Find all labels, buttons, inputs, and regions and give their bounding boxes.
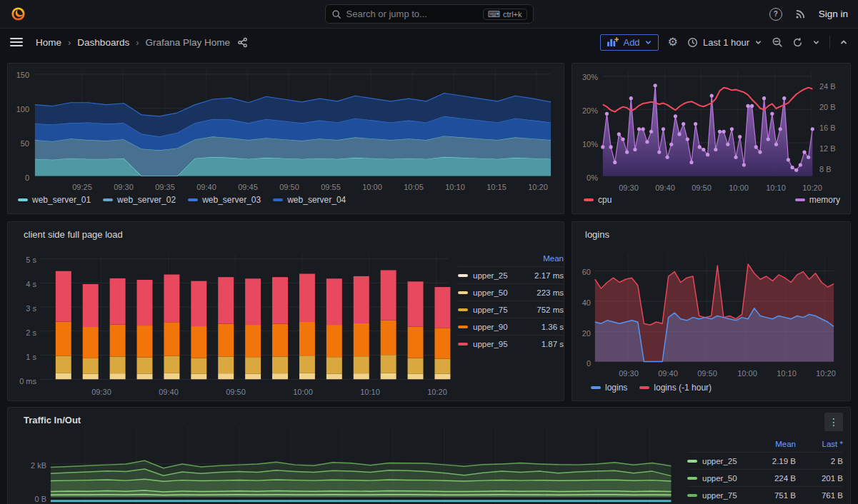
help-icon[interactable]: ? xyxy=(769,8,782,21)
panel-client-side-full-page-load: client side full page load Meanupper_252… xyxy=(7,221,564,401)
series-color-swatch xyxy=(458,291,468,294)
series-name: web_server_02 xyxy=(117,195,176,205)
breadcrumb-home[interactable]: Home xyxy=(36,37,61,48)
share-dashboard-icon[interactable] xyxy=(237,37,248,48)
legend-row: upper_75752 ms xyxy=(458,301,564,318)
chevron-up-icon xyxy=(839,38,848,46)
axis-tick-label: 0 xyxy=(572,359,591,368)
axis-tick-label: 20% xyxy=(572,106,598,116)
axis-tick-label: 09:50 xyxy=(220,388,251,397)
axis-tick-label: 10:20 xyxy=(798,183,827,193)
legend-item[interactable]: logins xyxy=(591,383,627,393)
legend-table: Meanupper_252.17 msupper_50223 msupper_7… xyxy=(458,251,564,352)
cpu-memory-legend: cpumemory xyxy=(584,195,840,205)
collapse-toolbar-button[interactable] xyxy=(839,38,848,46)
legend-value: 1.87 s xyxy=(521,340,564,348)
panel-traffic-in-out: Traffic In/Out ⋮ MeanLast *upper_252.19 … xyxy=(7,407,851,504)
axis-tick-label: 09:30 xyxy=(614,183,643,193)
series-color-swatch xyxy=(795,198,805,201)
axis-tick-label: 50 xyxy=(8,139,29,148)
series-name[interactable]: upper_75 xyxy=(702,491,752,500)
legend-table: MeanLast *upper_252.19 B2 Bupper_50224 B… xyxy=(687,436,843,503)
axis-tick-label: 09:35 xyxy=(151,183,179,192)
legend-item[interactable]: web_server_01 xyxy=(18,195,91,205)
panel-title[interactable]: Traffic In/Out xyxy=(24,415,81,425)
legend-row: upper_75751 B761 B xyxy=(687,486,843,503)
legend-row: upper_951.87 s xyxy=(458,335,564,352)
search-input[interactable]: Search or jump to... ⌨ ctrl+k xyxy=(325,4,534,24)
axis-tick-label: 100 xyxy=(8,105,29,114)
panel-web-servers: web_server_01web_server_02web_server_03w… xyxy=(7,63,564,214)
kebab-icon: ⋮ xyxy=(829,416,839,428)
series-color-swatch xyxy=(584,198,594,201)
breadcrumb-current-dashboard: Grafana Play Home xyxy=(146,37,231,48)
legend-item[interactable]: logins (-1 hour) xyxy=(639,383,712,393)
legend-value: 201 B xyxy=(796,474,843,483)
panel-menu-button[interactable]: ⋮ xyxy=(824,413,843,431)
clock-icon xyxy=(687,37,698,48)
topnav-right-group: ? Sign in xyxy=(769,8,848,21)
axis-tick-label: 2 s xyxy=(8,328,36,338)
series-name[interactable]: upper_25 xyxy=(473,271,521,280)
axis-tick-label: 09:30 xyxy=(86,388,117,397)
breadcrumb-dashboards[interactable]: Dashboards xyxy=(77,37,129,48)
axis-tick-label: 24 B xyxy=(819,82,849,91)
legend-item[interactable]: web_server_02 xyxy=(103,195,176,205)
series-color-swatch xyxy=(687,477,697,480)
add-panel-button[interactable]: Add xyxy=(600,34,658,51)
series-name[interactable]: upper_90 xyxy=(473,323,521,331)
axis-tick-label: 10:20 xyxy=(524,183,552,192)
web-servers-legend: web_server_01web_server_02web_server_03w… xyxy=(18,195,346,205)
help-question-glyph: ? xyxy=(774,10,778,18)
legend-row: upper_252.17 ms xyxy=(458,266,564,283)
axis-tick-label: 09:30 xyxy=(109,183,138,192)
panel-cpu-memory: cpumemory 0%10%20%30%8 B12 B16 B20 B24 B… xyxy=(572,63,851,214)
axis-tick-label: 10:15 xyxy=(482,183,511,192)
chevron-right-icon: › xyxy=(136,37,139,48)
legend-sort-header[interactable]: Last * xyxy=(796,440,843,448)
legend-sort-header[interactable]: Mean xyxy=(521,254,564,263)
series-name[interactable]: upper_25 xyxy=(702,457,752,465)
zoom-out-icon xyxy=(772,36,783,48)
grafana-logo[interactable] xyxy=(10,6,26,22)
series-name[interactable]: upper_75 xyxy=(473,306,521,314)
axis-tick-label: 16 B xyxy=(819,124,849,133)
legend-item[interactable]: cpu xyxy=(584,195,612,205)
time-range-picker[interactable]: Last 1 hour xyxy=(687,37,762,48)
legend-value: 751 B xyxy=(752,491,796,500)
axis-tick-label: 0 ms xyxy=(8,377,36,386)
series-name[interactable]: upper_50 xyxy=(702,474,752,483)
dashboard-settings-button[interactable]: ⚙ xyxy=(668,36,678,48)
series-name[interactable]: upper_50 xyxy=(473,288,521,297)
axis-tick-label: 2 kB xyxy=(15,461,46,470)
grafana-logo-icon xyxy=(10,6,26,22)
axis-tick-label: 5 s xyxy=(8,256,36,265)
zoom-out-time-button[interactable] xyxy=(772,36,783,48)
legend-value: 223 ms xyxy=(521,288,564,297)
series-name[interactable]: upper_95 xyxy=(473,340,521,348)
news-rss-icon[interactable] xyxy=(795,9,806,19)
legend-sort-header[interactable]: Mean xyxy=(752,440,796,448)
panel-title[interactable]: logins xyxy=(585,229,609,240)
series-name: web_server_04 xyxy=(287,195,346,205)
legend-item[interactable]: web_server_03 xyxy=(188,195,261,205)
series-name: web_server_01 xyxy=(32,195,91,205)
series-color-swatch xyxy=(18,198,28,201)
legend-item[interactable]: web_server_04 xyxy=(273,195,346,205)
axis-tick-label: 10:20 xyxy=(812,369,840,378)
keyboard-icon: ⌨ xyxy=(488,10,500,19)
axis-tick-label: 1 s xyxy=(8,353,36,362)
dashboard-toolbar: Home › Dashboards › Grafana Play Home Ad… xyxy=(0,29,858,56)
legend-value: 2 B xyxy=(796,457,843,465)
legend-item[interactable]: memory xyxy=(795,195,840,205)
panel-title[interactable]: client side full page load xyxy=(24,229,123,240)
refresh-dashboard-button[interactable] xyxy=(792,37,803,48)
sign-in-button[interactable]: Sign in xyxy=(819,9,848,19)
menu-toggle-icon[interactable] xyxy=(10,38,23,47)
refresh-interval-dropdown[interactable] xyxy=(812,39,820,46)
axis-tick-label: 0% xyxy=(572,173,598,183)
legend-row: upper_50223 ms xyxy=(458,283,564,301)
axis-tick-label: 0 B xyxy=(15,495,46,504)
add-button-label: Add xyxy=(623,37,639,48)
axis-tick-label: 12 B xyxy=(819,144,849,153)
